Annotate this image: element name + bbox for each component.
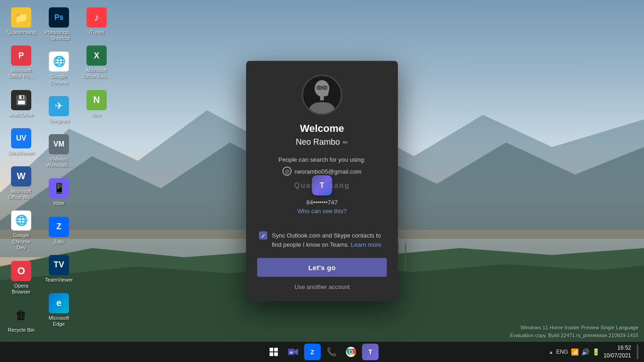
desktop-icon-telegram[interactable]: ✈ Telegram — [42, 93, 75, 127]
sync-text: Sync Outlook.com and Skype contacts to f… — [272, 231, 385, 249]
viber-taskbar-emoji: 📞 — [327, 347, 337, 357]
windows-version-info: Windows 11 Home Insider Preview Single L… — [510, 324, 638, 339]
search-info-text: People can search for you using: — [278, 156, 365, 163]
recycle-bin-icon: 🗑 — [11, 305, 31, 325]
taskbar-wifi-icon[interactable]: 📶 — [571, 348, 579, 356]
use-another-account-button[interactable]: Use another account — [294, 283, 350, 290]
desktop-icon-zalo[interactable]: Z Zalo — [42, 214, 75, 248]
who-can-see-link[interactable]: Who can see this? — [298, 208, 347, 215]
svg-rect-21 — [274, 348, 278, 351]
taskbar-teams-meet-icon[interactable]: M — [285, 344, 301, 360]
google-chrome-dev-icon: 🌐 — [11, 210, 31, 231]
win-info-line2: Evaluation copy. Build 22471.rs_prerelea… — [510, 332, 638, 339]
taskbar-language-label[interactable]: ENG — [556, 349, 568, 355]
photoshop-icon: Ps — [49, 7, 69, 28]
zalo-icon: Z — [49, 217, 69, 237]
sync-checkbox[interactable]: ✓ — [259, 232, 267, 240]
desktop-icon-ms-office-po[interactable]: P Microsoft Office Po... — [5, 43, 38, 82]
svg-text:M: M — [290, 351, 293, 355]
svg-rect-9 — [398, 241, 399, 271]
desktop-icon-itunes[interactable]: ♪ iTunes — [80, 5, 113, 38]
desktop-icon-google-chrome-dev[interactable]: 🌐 Google Chrome Dev — [5, 208, 38, 254]
teams-logo-letter: T — [320, 181, 324, 190]
desktop-icon-nox[interactable]: N Nox — [80, 87, 113, 121]
desktop-icon-ms-office-word[interactable]: W Microsoft Office Wo... — [5, 164, 38, 203]
desktop-icon-label: Google Chrome — [45, 74, 73, 85]
taskbar-teams-icon[interactable]: T — [362, 344, 379, 360]
svg-rect-23 — [274, 352, 278, 356]
desktop-icon-viber[interactable]: 📱 Viber — [42, 175, 75, 209]
desktop-icon-label: Recycle Bin — [8, 327, 34, 333]
desktop-icon-quantrimang[interactable]: 📁 Quantrimang — [5, 5, 38, 38]
teams-taskbar-letter: T — [368, 348, 373, 356]
nox-icon: N — [86, 90, 107, 110]
desktop-icon-label: Microsoft Office Wo... — [7, 188, 35, 200]
desktop-icon-photoshop[interactable]: Ps Photoshop... - Shortcut — [42, 5, 75, 44]
quantrimang-icon: 📁 — [11, 7, 31, 28]
desktop-icon-ms-office-exc[interactable]: X Microsoft Office Exc... — [80, 43, 113, 82]
avatar — [302, 75, 342, 115]
user-avatar-container — [302, 75, 342, 115]
ms-office-word-icon: W — [11, 166, 31, 187]
desktop-icon-google-chrome[interactable]: 🌐 Google Chrome — [42, 49, 75, 88]
telegram-icon: ✈ — [49, 96, 69, 116]
ms-edge-icon: e — [49, 293, 69, 313]
desktop-icon-label: Nox — [92, 112, 101, 118]
taskbar-time-display: 16:52 — [604, 344, 631, 352]
itunes-icon: ♪ — [86, 7, 107, 28]
taskbar-volume-icon[interactable]: 🔊 — [581, 348, 589, 356]
desktop-icon-ms-edge[interactable]: e Microsoft Edge — [42, 290, 75, 330]
desktop-icon-label: Microsoft Office Po... — [7, 68, 35, 79]
zalo-taskbar-letter: Z — [310, 349, 314, 356]
svg-point-30 — [350, 351, 353, 354]
desktop-icons-container: 📁 Quantrimang P Microsoft Office Po... 💾… — [5, 5, 78, 345]
username-row: Neo Rambo ✏ — [296, 137, 348, 147]
desktop-icon-vmware[interactable]: VM VMware Workstati... — [42, 131, 75, 171]
taskbar-time-date[interactable]: 16:52 10/07/2021 — [604, 344, 631, 360]
desktop-icon-label: Microsoft Edge — [45, 315, 73, 327]
svg-rect-13 — [320, 96, 324, 101]
desktop-icon-label: Viber — [53, 200, 64, 206]
sync-contacts-area: ✓ Sync Outlook.com and Skype contacts to… — [257, 231, 387, 249]
svg-marker-25 — [294, 349, 298, 355]
desktop-icon-label: Zalo — [54, 239, 63, 245]
desktop-icon-label: Opera Browser — [7, 283, 35, 295]
svg-rect-10 — [405, 243, 406, 271]
taskbar-chrome-icon[interactable] — [343, 344, 359, 360]
teams-welcome-modal: Welcome Neo Rambo ✏ People can search fo… — [246, 61, 398, 301]
svg-rect-20 — [270, 348, 273, 351]
desktop-icon-label: Multi-Drive — [9, 112, 34, 118]
taskbar-zalo-icon[interactable]: Z — [304, 344, 321, 360]
start-button[interactable] — [265, 344, 282, 360]
taskbar-center: M Z 📞 T — [265, 344, 379, 360]
edit-username-icon[interactable]: ✏ — [343, 138, 348, 146]
opera-icon: O — [11, 261, 31, 281]
taskbar-viber-icon[interactable]: 📞 — [323, 344, 340, 360]
taskbar-chevron-icon[interactable]: ▲ — [549, 350, 553, 355]
search-phone-value: 84•••••••747 — [306, 199, 338, 206]
taskbar-show-desktop-btn[interactable] — [637, 345, 638, 359]
search-email-value: neorambo05@gmail.com — [294, 168, 361, 175]
taskbar-date-display: 10/07/2021 — [604, 352, 631, 360]
taskbar: M Z 📞 T — [0, 342, 644, 362]
desktop-icon-label: Telegram — [48, 118, 69, 124]
username-display: Neo Rambo — [296, 137, 340, 147]
desktop-icon-label: TeamViewer — [45, 277, 73, 283]
search-email-row: @ neorambo05@gmail.com — [282, 167, 361, 176]
ms-office-exc-icon: X — [86, 45, 107, 66]
lets-go-button[interactable]: Let's go — [257, 258, 387, 277]
teams-logo-badge: T — [312, 175, 332, 196]
learn-more-link[interactable]: Learn more — [351, 241, 381, 248]
checkbox-check-icon: ✓ — [261, 232, 266, 239]
desktop-icon-label: VMware Workstati... — [45, 156, 73, 168]
desktop-icon-label: Google Chrome Dev — [7, 232, 35, 251]
desktop-icon-ultraviewer[interactable]: UV UltraViewer — [5, 125, 38, 159]
taskbar-battery-icon[interactable]: 🔋 — [592, 348, 600, 356]
desktop-icon-opera[interactable]: O Opera Browser — [5, 258, 38, 298]
desktop-icon-multi-drive[interactable]: 💾 Multi-Drive — [5, 87, 38, 121]
desktop-icon-label: Quantrimang — [6, 29, 36, 35]
desktop-icon-teamviewer[interactable]: TV TeamViewer — [42, 252, 75, 286]
desktop-icon-recycle-bin[interactable]: 🗑 Recycle Bin — [5, 302, 38, 336]
desktop-icon-label: iTunes — [89, 29, 104, 35]
ultraviewer-icon: UV — [11, 128, 31, 148]
